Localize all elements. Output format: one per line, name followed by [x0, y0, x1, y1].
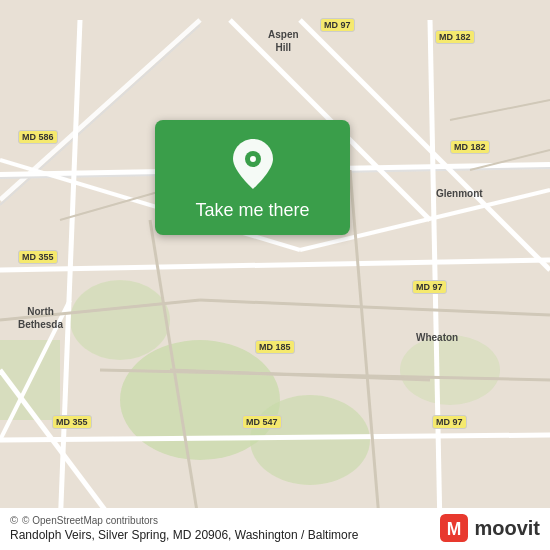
label-north-bethesda: NorthBethesda: [18, 305, 63, 331]
moovit-text: moovit: [474, 517, 540, 540]
label-glenmont: Glenmont: [436, 188, 483, 199]
badge-md185: MD 185: [255, 340, 295, 354]
badge-md586-left: MD 586: [18, 130, 58, 144]
copyright-row: © © OpenStreetMap contributors: [10, 514, 358, 526]
moovit-logo: M moovit: [440, 514, 540, 542]
button-label: Take me there: [195, 200, 309, 221]
svg-text:M: M: [447, 519, 462, 539]
label-aspen-hill: AspenHill: [268, 28, 299, 54]
badge-md97-mid: MD 97: [412, 280, 447, 294]
svg-point-2: [70, 280, 170, 360]
badge-md547: MD 547: [242, 415, 282, 429]
badge-md97-top: MD 97: [320, 18, 355, 32]
badge-md355-left: MD 355: [18, 250, 58, 264]
svg-point-30: [250, 156, 256, 162]
address-text: Randolph Veirs, Silver Spring, MD 20906,…: [10, 528, 358, 542]
copyright-symbol: ©: [10, 514, 18, 526]
badge-md182-top: MD 182: [435, 30, 475, 44]
svg-point-5: [400, 335, 500, 405]
badge-md182-right: MD 182: [450, 140, 490, 154]
location-pin-icon: [231, 138, 275, 190]
badge-md355-bot: MD 355: [52, 415, 92, 429]
copyright-text: © OpenStreetMap contributors: [22, 515, 158, 526]
bottom-left-content: © © OpenStreetMap contributors Randolph …: [10, 514, 358, 542]
bottom-bar: © © OpenStreetMap contributors Randolph …: [0, 508, 550, 550]
moovit-icon: M: [440, 514, 468, 542]
badge-md97-bot: MD 97: [432, 415, 467, 429]
map-container: MD 97 MD 182 MD 586 MD 182 MD 5… MD 355 …: [0, 0, 550, 550]
label-wheaton: Wheaton: [416, 332, 458, 343]
map-background: [0, 0, 550, 550]
take-me-there-button[interactable]: Take me there: [155, 120, 350, 235]
